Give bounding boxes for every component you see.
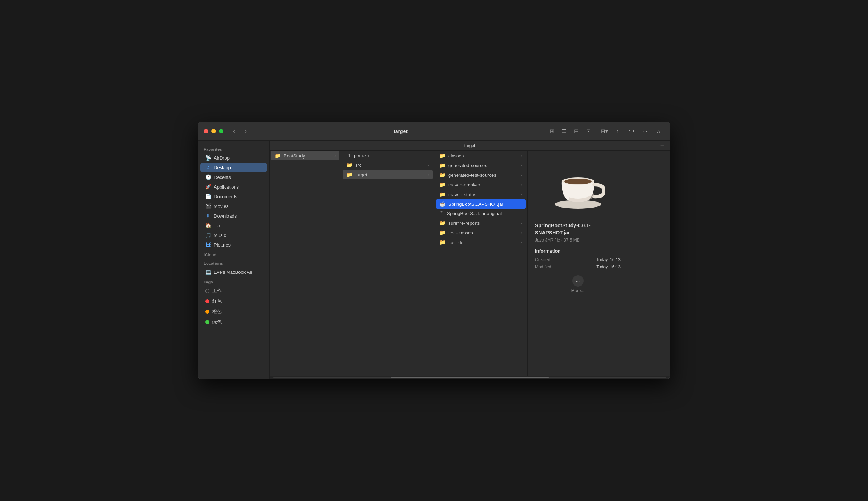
chevron-right-icon: › — [521, 221, 522, 225]
desktop-icon: 🖥 — [205, 165, 211, 170]
item-label: generated-sources — [448, 163, 487, 168]
col-item-left: 📁 classes — [439, 153, 464, 159]
list-item[interactable]: 📁 maven-archiver › — [436, 180, 526, 189]
list-item[interactable]: 📁 classes › — [436, 151, 526, 160]
sidebar-item-documents[interactable]: 📄 Documents — [200, 192, 267, 201]
chevron-right-icon: › — [521, 173, 522, 177]
column-2: 🗒 pom.xml 📁 src › 📁 — [341, 151, 434, 376]
home-icon: 🏠 — [205, 223, 211, 228]
sidebar-item-pictures[interactable]: 🖼 Pictures — [200, 240, 267, 249]
list-item[interactable]: 📁 target › — [343, 170, 433, 179]
sidebar-item-movies[interactable]: 🎬 Movies — [200, 201, 267, 211]
list-item[interactable]: 📁 BootStudy › — [271, 151, 339, 160]
list-item[interactable]: ☕ SpringBootS...APSHOT.jar — [436, 199, 526, 209]
laptop-icon: 💻 — [205, 269, 211, 275]
file-icon: 🗒 — [346, 153, 351, 158]
columns-icon: ⊟ — [574, 128, 579, 135]
sidebar-item-tag-work[interactable]: 工作 — [200, 286, 267, 296]
maximize-button[interactable] — [219, 129, 223, 133]
chevron-right-icon: › — [521, 230, 522, 235]
list-item[interactable]: 📁 test-ids › — [436, 238, 526, 247]
sidebar-item-eve[interactable]: 🏠 eve — [200, 221, 267, 230]
sidebar-item-tag-red[interactable]: 红色 — [200, 296, 267, 306]
sidebar-item-label: Eve's MacBook Air — [214, 269, 252, 275]
sidebar-item-tag-green[interactable]: 绿色 — [200, 317, 267, 327]
list-item[interactable]: 🗒 SpringBootS...T.jar.original — [436, 209, 526, 218]
col-item-left: 📁 test-ids — [439, 239, 463, 245]
more-actions-button[interactable]: ··· — [639, 126, 651, 137]
col-item-left: 📁 test-classes — [439, 230, 473, 235]
chevron-right-icon: › — [521, 192, 522, 196]
col-item-left: 📁 target — [346, 172, 367, 177]
add-column-button[interactable]: + — [658, 141, 666, 150]
created-value: Today, 16:13 — [596, 257, 621, 262]
minimize-button[interactable] — [211, 129, 216, 133]
sidebar-item-label: Recents — [214, 175, 231, 180]
favorites-label: Favorites — [198, 144, 269, 153]
view-columns-button[interactable]: ⊟ — [570, 126, 582, 137]
item-label: src — [355, 162, 361, 168]
scrollbar-track[interactable] — [273, 377, 666, 378]
sidebar-item-airdrop[interactable]: 📡 AirDrop — [200, 153, 267, 162]
list-item[interactable]: 📁 maven-status › — [436, 190, 526, 199]
modified-label: Modified — [535, 264, 551, 269]
title-bar: ‹ › target ⊞ ☰ ⊟ ⊡ — [198, 122, 670, 141]
search-button[interactable]: ⌕ — [653, 126, 664, 137]
window-title: target — [255, 128, 546, 134]
chevron-right-icon: › — [521, 163, 522, 167]
preview-row-modified: Modified Today, 16:13 — [535, 264, 621, 269]
col-item-left: 🗒 SpringBootS...T.jar.original — [439, 211, 502, 216]
airdrop-icon: 📡 — [205, 155, 211, 161]
list-item[interactable]: 📁 generated-sources › — [436, 161, 526, 170]
file-icon: 🗒 — [439, 211, 444, 216]
sidebar-item-music[interactable]: 🎵 Music — [200, 230, 267, 240]
sidebar-item-macbook[interactable]: 💻 Eve's MacBook Air — [200, 267, 267, 277]
share-icon: ↑ — [616, 128, 619, 135]
item-label: surefire-reports — [448, 220, 480, 226]
list-item[interactable]: 📁 generated-test-sources › — [436, 170, 526, 180]
documents-icon: 📄 — [205, 194, 211, 199]
preview-panel: SpringBootStudy-0.0.1-SNAPSHOT.jar Java … — [527, 151, 628, 376]
item-label: target — [355, 172, 367, 177]
view-arrange-button[interactable]: ⊞▾ — [598, 126, 610, 137]
locations-label: Locations — [198, 258, 269, 267]
chevron-right-icon: › — [428, 172, 429, 177]
tag-button[interactable]: 🏷 — [626, 126, 637, 137]
pictures-icon: 🖼 — [205, 242, 211, 248]
movies-icon: 🎬 — [205, 203, 211, 209]
list-item[interactable]: 📁 src › — [343, 160, 433, 170]
sidebar-item-tag-orange[interactable]: 橙色 — [200, 307, 267, 317]
list-item[interactable]: 🗒 pom.xml — [343, 151, 433, 160]
toolbar-actions: ⊞ ☰ ⊟ ⊡ ⊞▾ ↑ 🏷 ··· — [546, 126, 664, 137]
view-gallery-button[interactable]: ⊡ — [583, 126, 594, 137]
more-info-button[interactable]: ··· More... — [535, 275, 621, 293]
close-button[interactable] — [204, 129, 208, 133]
share-button[interactable]: ↑ — [612, 126, 623, 137]
sidebar-item-recents[interactable]: 🕐 Recents — [200, 172, 267, 182]
list-item[interactable]: 📁 test-classes › — [436, 228, 526, 237]
preview-info: SpringBootStudy-0.0.1-SNAPSHOT.jar Java … — [528, 219, 628, 300]
search-icon: ⌕ — [657, 128, 660, 135]
sidebar-item-label: eve — [214, 223, 221, 228]
folder-icon: 📁 — [439, 172, 445, 178]
folder-icon: 📁 — [439, 220, 445, 226]
sidebar-item-label: 红色 — [212, 298, 222, 305]
col-item-left: 📁 src — [346, 162, 361, 168]
tag-dot-red — [205, 299, 209, 303]
sidebar-item-applications[interactable]: 🚀 Applications — [200, 182, 267, 191]
view-list-button[interactable]: ☰ — [558, 126, 570, 137]
scrollbar-area — [270, 376, 670, 379]
sidebar-item-label: Pictures — [214, 242, 231, 248]
view-grid-button[interactable]: ⊞ — [546, 126, 558, 137]
back-button[interactable]: ‹ — [229, 126, 239, 136]
more-icon: ··· — [642, 128, 647, 135]
more-label: More... — [571, 288, 584, 293]
item-label: test-classes — [448, 230, 473, 235]
chevron-right-icon: › — [334, 154, 336, 158]
list-item[interactable]: 📁 surefire-reports › — [436, 218, 526, 228]
sidebar-item-downloads[interactable]: ⬇ Downloads — [200, 211, 267, 220]
tag-dot-orange — [205, 310, 209, 314]
path-bar: target + — [270, 141, 670, 151]
sidebar-item-desktop[interactable]: 🖥 Desktop — [200, 163, 267, 172]
forward-button[interactable]: › — [241, 126, 251, 136]
